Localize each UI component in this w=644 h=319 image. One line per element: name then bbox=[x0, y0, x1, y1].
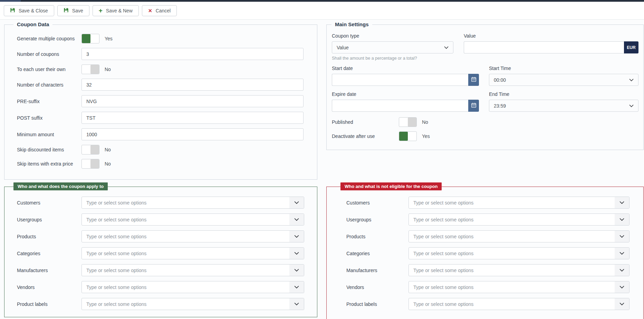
coupon-type-select[interactable]: Value bbox=[332, 41, 453, 53]
field-label: Categories bbox=[346, 251, 408, 256]
exclude-manufacturers-multiselect[interactable]: Type or select some options bbox=[408, 264, 629, 276]
plus-icon: + bbox=[99, 7, 103, 14]
start-date-calendar-button[interactable] bbox=[468, 74, 479, 86]
end-time-select[interactable]: 23:59 bbox=[489, 100, 638, 112]
browser-top-strip bbox=[0, 0, 644, 2]
toggle-state-label: No bbox=[105, 67, 111, 72]
coupon-type-hint: Shall the amount be a percentage or a to… bbox=[332, 56, 453, 61]
exclude-product-labels-row: Product labels Type or select some optio… bbox=[346, 298, 629, 310]
start-date-label: Start date bbox=[332, 66, 479, 71]
number-of-characters-input[interactable] bbox=[81, 79, 304, 91]
exclude-customers-multiselect[interactable]: Type or select some options bbox=[408, 197, 629, 209]
each-user-toggle[interactable] bbox=[81, 64, 99, 74]
save-new-label: Save & New bbox=[106, 8, 133, 13]
expire-date-input[interactable] bbox=[332, 100, 468, 112]
pre-suffix-input[interactable] bbox=[81, 95, 304, 107]
toggle-state-label: No bbox=[105, 161, 111, 167]
apply-panel-legend: Who and what does the coupon apply to bbox=[13, 182, 108, 190]
chevron-down-icon bbox=[289, 265, 304, 276]
end-time-value: 23:59 bbox=[494, 103, 506, 109]
main-settings-panel: Main Settings Coupon type Value Shall th… bbox=[326, 24, 644, 150]
expire-date-calendar-button[interactable] bbox=[468, 100, 479, 112]
exclude-products-multiselect[interactable]: Type or select some options bbox=[408, 230, 629, 242]
top-strip-segment bbox=[0, 0, 21, 2]
multiselect-placeholder: Type or select some options bbox=[82, 298, 289, 310]
published-toggle[interactable] bbox=[399, 117, 417, 127]
apply-customers-multiselect[interactable]: Type or select some options bbox=[81, 197, 304, 209]
minimum-amount-input[interactable] bbox=[81, 128, 304, 140]
multiselect-placeholder: Type or select some options bbox=[409, 281, 615, 293]
generate-multiple-toggle[interactable] bbox=[81, 34, 99, 43]
field-label: Vendors bbox=[346, 285, 408, 290]
chevron-down-icon bbox=[289, 298, 304, 310]
toggle-state-label: No bbox=[105, 147, 111, 152]
field-label: Customers bbox=[17, 200, 81, 206]
field-label: PRE-suffix bbox=[17, 99, 81, 104]
exclude-categories-row: Categories Type or select some options bbox=[346, 247, 629, 259]
apply-product-labels-multiselect[interactable]: Type or select some options bbox=[81, 298, 304, 310]
exclude-categories-multiselect[interactable]: Type or select some options bbox=[408, 247, 629, 259]
cancel-button[interactable]: ✕ Cancel bbox=[142, 5, 177, 16]
generate-multiple-row: Generate multiple coupons Yes bbox=[17, 34, 304, 43]
save-button[interactable]: Save bbox=[57, 5, 89, 16]
deactivate-after-use-toggle[interactable] bbox=[399, 131, 417, 141]
deactivate-after-use-row: Deactivate after use Yes bbox=[332, 131, 638, 141]
toolbar: Save & Close Save + Save & New ✕ Cancel bbox=[0, 2, 644, 20]
chevron-down-icon bbox=[444, 46, 449, 49]
multiselect-placeholder: Type or select some options bbox=[409, 265, 615, 276]
field-label: Number of characters bbox=[17, 82, 81, 88]
close-icon: ✕ bbox=[148, 8, 152, 13]
multiselect-placeholder: Type or select some options bbox=[82, 231, 289, 242]
main-settings-legend: Main Settings bbox=[331, 21, 372, 27]
save-new-button[interactable]: + Save & New bbox=[93, 5, 139, 16]
save-label: Save bbox=[72, 8, 83, 13]
apply-products-multiselect[interactable]: Type or select some options bbox=[81, 230, 304, 242]
chevron-down-icon bbox=[615, 265, 629, 276]
chevron-down-icon bbox=[615, 281, 629, 293]
apply-usergroups-multiselect[interactable]: Type or select some options bbox=[81, 213, 304, 226]
apply-manufacturers-multiselect[interactable]: Type or select some options bbox=[81, 264, 304, 276]
chevron-down-icon bbox=[289, 197, 304, 208]
field-label: Usergroups bbox=[346, 217, 408, 222]
chevron-down-icon bbox=[615, 214, 629, 225]
value-label: Value bbox=[464, 33, 638, 39]
start-time-value: 00:00 bbox=[494, 77, 506, 83]
field-label: Product labels bbox=[346, 301, 408, 307]
expire-date-label: Expire date bbox=[332, 91, 479, 97]
skip-discounted-row: Skip discounted items No bbox=[17, 145, 304, 154]
cancel-label: Cancel bbox=[156, 8, 171, 13]
multiselect-placeholder: Type or select some options bbox=[409, 214, 615, 225]
minimum-amount-row: Minimum amount bbox=[17, 128, 304, 140]
field-label: Skip discounted items bbox=[17, 147, 81, 152]
post-suffix-row: POST suffix bbox=[17, 112, 304, 124]
exclude-vendors-multiselect[interactable]: Type or select some options bbox=[408, 281, 629, 293]
apply-vendors-multiselect[interactable]: Type or select some options bbox=[81, 281, 304, 293]
number-of-coupons-input[interactable] bbox=[81, 48, 304, 60]
post-suffix-input[interactable] bbox=[81, 112, 304, 124]
field-label: Minimum amount bbox=[17, 132, 81, 137]
coupon-data-legend: Coupon Data bbox=[13, 21, 52, 27]
start-date-input[interactable] bbox=[332, 74, 468, 86]
save-close-button[interactable]: Save & Close bbox=[4, 5, 54, 16]
toggle-state-label: Yes bbox=[105, 36, 113, 41]
exclude-usergroups-row: Usergroups Type or select some options bbox=[346, 213, 629, 226]
field-label: Skip items with extra price bbox=[17, 161, 81, 167]
number-of-coupons-row: Number of coupons bbox=[17, 48, 304, 60]
skip-extra-price-toggle[interactable] bbox=[81, 159, 99, 169]
start-time-select[interactable]: 00:00 bbox=[489, 74, 638, 86]
chevron-down-icon bbox=[615, 231, 629, 242]
apply-categories-multiselect[interactable]: Type or select some options bbox=[81, 247, 304, 259]
field-label: Generate multiple coupons bbox=[17, 36, 81, 41]
exclude-product-labels-multiselect[interactable]: Type or select some options bbox=[408, 298, 629, 310]
exclude-usergroups-multiselect[interactable]: Type or select some options bbox=[408, 213, 629, 226]
coupon-apply-panel: Who and what does the coupon apply to Cu… bbox=[4, 187, 317, 317]
field-label: Deactivate after use bbox=[332, 133, 399, 139]
value-input[interactable] bbox=[464, 41, 624, 53]
field-label: Manufacturers bbox=[346, 268, 408, 273]
field-label: Manufacturers bbox=[17, 268, 81, 273]
number-of-characters-row: Number of characters bbox=[17, 79, 304, 91]
page-content: Coupon Data Generate multiple coupons Ye… bbox=[0, 20, 644, 319]
skip-discounted-toggle[interactable] bbox=[81, 145, 99, 154]
exclude-products-row: Products Type or select some options bbox=[346, 230, 629, 242]
multiselect-placeholder: Type or select some options bbox=[82, 265, 289, 276]
